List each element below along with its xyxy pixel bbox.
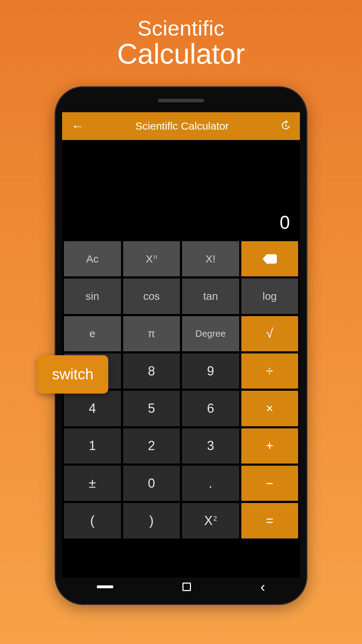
nav-home-icon[interactable] bbox=[182, 583, 191, 591]
key-divide[interactable]: ÷ bbox=[241, 353, 298, 389]
key-factorial[interactable]: X! bbox=[182, 241, 239, 276]
display-value: 0 bbox=[280, 212, 290, 233]
keypad: Ac Xn X! sin cos tan log e π Degree √ 7 … bbox=[62, 239, 300, 578]
key-plusminus[interactable]: ± bbox=[64, 466, 121, 501]
key-tan[interactable]: tan bbox=[182, 278, 239, 314]
key-multiply[interactable]: × bbox=[241, 391, 298, 426]
calculator-display: 0 bbox=[62, 140, 300, 239]
key-add[interactable]: + bbox=[241, 428, 298, 464]
app-screen: ← Scientiflc Calculator 0 Ac Xn X! sin c… bbox=[62, 112, 300, 578]
android-navbar: ‹ bbox=[62, 577, 300, 597]
key-ac[interactable]: Ac bbox=[64, 241, 121, 276]
promo-title: Scientific Calculator bbox=[117, 16, 245, 70]
key-9[interactable]: 9 bbox=[182, 353, 239, 389]
key-3[interactable]: 3 bbox=[182, 428, 239, 464]
nav-recent-icon[interactable] bbox=[97, 585, 113, 588]
nav-back-icon[interactable]: ‹ bbox=[260, 579, 265, 595]
app-header: ← Scientiflc Calculator bbox=[62, 112, 300, 140]
key-2[interactable]: 2 bbox=[123, 428, 180, 464]
key-subtract[interactable]: − bbox=[241, 466, 298, 501]
key-pi[interactable]: π bbox=[123, 316, 180, 351]
key-sqrt[interactable]: √ bbox=[241, 316, 298, 351]
switch-callout: switch bbox=[37, 355, 108, 394]
key-8[interactable]: 8 bbox=[123, 353, 180, 389]
key-log[interactable]: log bbox=[241, 278, 298, 314]
key-equals[interactable]: = bbox=[241, 503, 298, 538]
key-1[interactable]: 1 bbox=[64, 428, 121, 464]
app-title: Scientiflc Calculator bbox=[84, 120, 280, 132]
phone-frame: ← Scientiflc Calculator 0 Ac Xn X! sin c… bbox=[55, 86, 307, 605]
key-dot[interactable]: . bbox=[182, 466, 239, 501]
promo-line2: Calculator bbox=[117, 38, 245, 70]
key-e[interactable]: e bbox=[64, 316, 121, 351]
key-degree[interactable]: Degree bbox=[182, 316, 239, 351]
back-arrow-icon[interactable]: ← bbox=[71, 119, 84, 134]
key-cos[interactable]: cos bbox=[123, 278, 180, 314]
backspace-icon bbox=[263, 253, 277, 265]
key-xn[interactable]: Xn bbox=[123, 241, 180, 276]
key-6[interactable]: 6 bbox=[182, 391, 239, 426]
key-backspace[interactable] bbox=[241, 241, 298, 276]
key-4[interactable]: 4 bbox=[64, 391, 121, 426]
promo-line1: Scientific bbox=[117, 16, 245, 40]
key-xsquared[interactable]: X2 bbox=[182, 503, 239, 538]
key-0[interactable]: 0 bbox=[123, 466, 180, 501]
phone-speaker bbox=[158, 99, 204, 102]
key-sin[interactable]: sin bbox=[64, 278, 121, 314]
key-rparen[interactable]: ) bbox=[123, 503, 180, 538]
key-5[interactable]: 5 bbox=[123, 391, 180, 426]
key-lparen[interactable]: ( bbox=[64, 503, 121, 538]
history-icon[interactable] bbox=[280, 120, 291, 132]
